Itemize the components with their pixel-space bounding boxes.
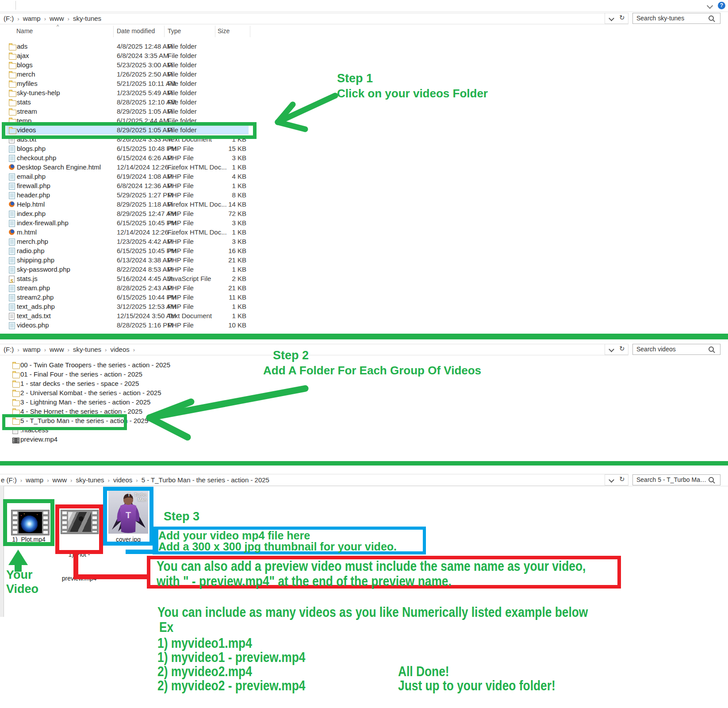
table-row[interactable]: videos.php 8/28/2025 1:16 PM PHP File 10… bbox=[6, 320, 272, 330]
step2-highlight-box bbox=[2, 414, 127, 430]
table-row[interactable]: stats.js 5/16/2024 4:45 AM JavaScript Fi… bbox=[6, 274, 272, 283]
table-row[interactable]: ajax 6/8/2024 3:35 AM File folder bbox=[6, 51, 272, 60]
table-row[interactable]: m.html 12/14/2024 12:26 ... Firefox HTML… bbox=[6, 227, 272, 237]
chevron-down-icon[interactable] bbox=[609, 477, 614, 483]
breadcrumb-item[interactable]: videos bbox=[113, 476, 132, 484]
search-icon[interactable] bbox=[709, 15, 714, 21]
list-item[interactable]: 2 - Universal Kombat - the series - acti… bbox=[10, 388, 275, 397]
file-icon bbox=[9, 266, 15, 273]
file-icon bbox=[9, 322, 15, 329]
table-row[interactable]: email.php 6/19/2024 1:08 AM PHP File 4 K… bbox=[6, 172, 272, 181]
table-row[interactable]: index.php 8/29/2025 12:47 AM PHP File 72… bbox=[6, 209, 272, 218]
column-divider[interactable] bbox=[164, 26, 165, 37]
breadcrumb-item[interactable]: www bbox=[50, 346, 64, 353]
table-row[interactable]: sky-password.php 8/22/2024 8:53 AM PHP F… bbox=[6, 265, 272, 274]
table-row[interactable]: stream 8/29/2025 1:05 AM File folder bbox=[6, 107, 272, 116]
breadcrumb-item[interactable]: www bbox=[50, 15, 64, 22]
column-header-type[interactable]: Type bbox=[168, 27, 181, 35]
breadcrumb-item[interactable]: wamp bbox=[23, 15, 41, 22]
column-divider[interactable] bbox=[250, 26, 250, 37]
file-date: 1/23/2025 4:42 AM bbox=[117, 237, 172, 246]
file-name: stats.js bbox=[17, 274, 38, 283]
file-size: 3 KB bbox=[196, 237, 246, 246]
table-row[interactable]: myfiles 5/21/2025 10:11 AM File folder bbox=[6, 79, 272, 88]
search-icon[interactable] bbox=[709, 346, 714, 352]
table-row[interactable]: stats 8/28/2025 12:10 AM File folder bbox=[6, 97, 272, 107]
breadcrumb-item[interactable]: (F:) bbox=[4, 346, 14, 353]
column-divider[interactable] bbox=[113, 26, 114, 37]
table-row[interactable]: radio.php 6/15/2025 10:45 PM PHP File 16… bbox=[6, 246, 272, 255]
address-dropdown[interactable]: ↻ bbox=[605, 13, 628, 24]
table-row[interactable]: stream2.php 6/15/2025 10:44 PM PHP File … bbox=[6, 292, 272, 302]
breadcrumb-item[interactable]: 5 - T_Turbo Man - the series - action - … bbox=[142, 476, 269, 484]
breadcrumb[interactable]: (F:)›wamp›www›sky-tunes›videos› bbox=[4, 346, 138, 353]
table-row[interactable]: stream.php 8/28/2025 2:43 AM PHP File 21… bbox=[6, 283, 272, 292]
breadcrumb-item[interactable]: wamp bbox=[26, 476, 43, 484]
breadcrumb-item[interactable]: www bbox=[53, 476, 67, 484]
table-row[interactable]: sky-tunes-help 1/23/2025 5:49 AM File fo… bbox=[6, 88, 272, 97]
table-row[interactable]: checkout.php 6/15/2024 6:26 AM PHP File … bbox=[6, 153, 272, 162]
sort-caret-icon[interactable]: ^ bbox=[57, 24, 59, 29]
chevron-down-icon[interactable] bbox=[609, 346, 614, 352]
column-header-date[interactable]: Date modified bbox=[117, 27, 155, 35]
table-row[interactable]: header.php 5/29/2025 1:27 PM PHP File 8 … bbox=[6, 190, 272, 200]
refresh-icon[interactable]: ↻ bbox=[619, 14, 625, 22]
file-icon bbox=[9, 248, 15, 255]
breadcrumb-item[interactable]: sky-tunes bbox=[73, 346, 101, 353]
refresh-icon[interactable]: ↻ bbox=[619, 475, 625, 483]
breadcrumb-separator-icon: › bbox=[47, 477, 49, 484]
step1-title: Step 1 bbox=[337, 72, 373, 85]
refresh-icon[interactable]: ↻ bbox=[619, 345, 625, 353]
breadcrumb-item[interactable]: sky-tunes bbox=[76, 476, 104, 484]
table-row[interactable]: shipping.php 6/13/2024 3:38 AM PHP File … bbox=[6, 255, 272, 265]
table-row[interactable]: blogs.php 6/15/2025 10:48 PM PHP File 15… bbox=[6, 144, 272, 153]
address-dropdown[interactable]: ↻ bbox=[605, 474, 628, 485]
column-header-size[interactable]: Size bbox=[218, 27, 230, 35]
step1-text: Click on your videos Folder bbox=[337, 87, 488, 100]
search-placeholder: Search 5 - T_Turbo Man - the ... bbox=[636, 476, 707, 483]
search-input[interactable]: Search sky-tunes bbox=[632, 13, 720, 24]
ribbon-collapse-icon[interactable] bbox=[707, 3, 713, 9]
file-icon bbox=[9, 164, 15, 170]
search-icon[interactable] bbox=[709, 477, 714, 482]
table-row[interactable]: firewall.php 6/8/2024 12:36 AM PHP File … bbox=[6, 181, 272, 190]
table-row[interactable]: blogs 5/23/2025 3:00 AM File folder bbox=[6, 60, 272, 69]
breadcrumb-item[interactable]: (F:) bbox=[4, 15, 14, 22]
breadcrumb-item[interactable]: sky-tunes bbox=[73, 15, 101, 22]
table-row[interactable]: Desktop Search Engine.html 12/14/2024 12… bbox=[6, 162, 272, 172]
search-input[interactable]: Search 5 - T_Turbo Man - the ... bbox=[632, 474, 720, 485]
table-row[interactable]: merch 1/26/2025 2:50 AM File folder bbox=[6, 69, 272, 79]
address-dropdown[interactable]: ↻ bbox=[605, 344, 628, 355]
breadcrumb-item[interactable]: wamp bbox=[23, 346, 41, 353]
breadcrumb-item[interactable]: e (F:) bbox=[1, 476, 17, 484]
table-row[interactable]: Help.html 8/29/2025 1:18 AM Firefox HTML… bbox=[6, 200, 272, 209]
list-item[interactable]: 1 - star decks - the series - space - 20… bbox=[10, 379, 275, 388]
list-item[interactable]: 01 - Final Four - the series - action - … bbox=[10, 369, 275, 379]
file-icon bbox=[9, 239, 15, 246]
column-header-name[interactable]: Name bbox=[16, 27, 33, 35]
table-row[interactable]: text_ads.txt 12/15/2024 3:50 AM Text Doc… bbox=[6, 311, 272, 320]
file-type: PHP File bbox=[168, 218, 194, 227]
search-input[interactable]: Search videos bbox=[632, 344, 720, 355]
table-row[interactable]: ads 4/8/2025 12:48 AM File folder bbox=[6, 42, 272, 51]
file-icon bbox=[9, 54, 16, 60]
breadcrumb[interactable]: e (F:)›wamp›www›sky-tunes›videos›5 - T_T… bbox=[1, 476, 276, 484]
blue-note-box: Add your video mp4 file here Add a 300 x… bbox=[153, 527, 426, 554]
list-item[interactable]: 3 - Lightning Man - the series - action … bbox=[10, 397, 275, 407]
file-name: stream.php bbox=[17, 283, 50, 292]
help-icon[interactable]: ? bbox=[718, 2, 725, 9]
breadcrumb[interactable]: (F:)›wamp›www›sky-tunes bbox=[4, 15, 108, 22]
list-item[interactable]: 00 - Twin Gate Troopers - the series - a… bbox=[10, 360, 275, 369]
file-type: PHP File bbox=[168, 320, 194, 330]
chevron-down-icon[interactable] bbox=[609, 15, 614, 21]
file-name: stream bbox=[17, 107, 37, 116]
column-divider[interactable] bbox=[215, 26, 215, 37]
step1-highlight-box bbox=[2, 122, 257, 139]
table-row[interactable]: text_ads.php 3/12/2025 12:53 AM PHP File… bbox=[6, 302, 272, 311]
search-placeholder: Search videos bbox=[636, 346, 676, 353]
file-date: 12/14/2024 12:26 ... bbox=[117, 227, 176, 237]
table-row[interactable]: index-firewall.php 6/15/2025 10:45 PM PH… bbox=[6, 218, 272, 227]
breadcrumb-item[interactable]: videos bbox=[110, 346, 129, 353]
table-row[interactable]: merch.php 1/23/2025 4:42 AM PHP File 3 K… bbox=[6, 237, 272, 246]
list-item[interactable]: preview.mp4 bbox=[10, 435, 275, 444]
